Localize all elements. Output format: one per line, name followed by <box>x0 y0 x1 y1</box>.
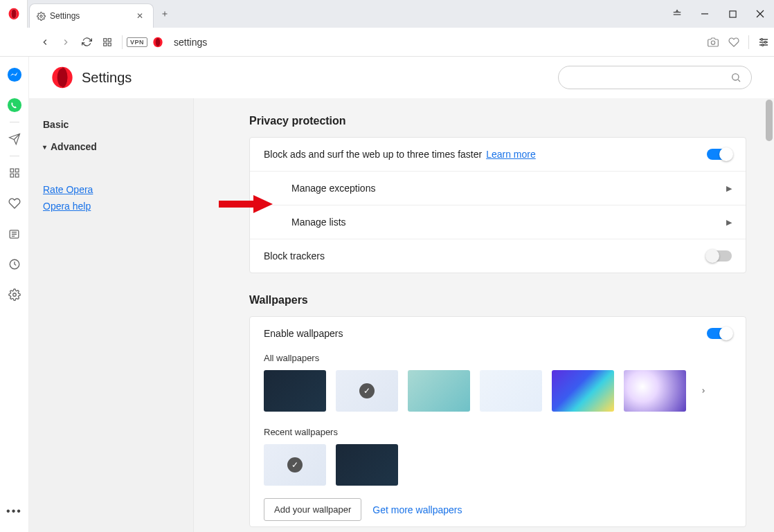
scrollbar[interactable] <box>764 98 774 532</box>
gear-icon <box>37 12 46 21</box>
enable-wallpapers-row: Enable wallpapers <box>250 317 746 350</box>
messenger-icon <box>7 67 22 82</box>
vpn-badge: VPN <box>127 37 147 47</box>
chevron-right-icon <box>700 386 707 396</box>
sidebar-item-basic[interactable]: Basic <box>43 113 179 136</box>
annotation-arrow <box>219 194 274 214</box>
tabs-icon <box>672 9 682 19</box>
wallpaper-actions-row: Add your wallpaper Get more wallpapers <box>250 498 746 524</box>
svg-rect-18 <box>15 169 19 172</box>
back-button[interactable] <box>35 32 55 53</box>
wallpapers-card: Enable wallpapers All wallpapers <box>249 316 746 527</box>
maximize-button[interactable] <box>719 0 746 28</box>
clock-icon <box>8 258 21 270</box>
add-wallpaper-button[interactable]: Add your wallpaper <box>264 498 361 521</box>
heart-icon <box>8 197 21 210</box>
enable-wallpapers-toggle[interactable] <box>707 328 732 339</box>
messenger-button[interactable] <box>5 65 24 84</box>
settings-search-box[interactable] <box>558 66 752 89</box>
svg-point-23 <box>12 293 16 297</box>
close-window-button[interactable] <box>746 0 774 28</box>
manage-lists-row[interactable]: Manage lists ▶ <box>250 205 746 239</box>
scrollbar-thumb[interactable] <box>766 100 773 141</box>
minimize-icon <box>701 10 709 18</box>
block-trackers-toggle[interactable] <box>707 250 732 262</box>
wallpapers-next-button[interactable] <box>696 382 711 400</box>
settings-rail-button[interactable] <box>5 285 24 304</box>
bookmark-button[interactable] <box>723 32 744 53</box>
whatsapp-button[interactable] <box>5 95 24 115</box>
search-input[interactable] <box>568 72 730 83</box>
browser-tab[interactable]: Settings ✕ <box>29 3 154 28</box>
svg-point-11 <box>711 41 714 44</box>
site-info-button[interactable] <box>147 32 168 53</box>
sliders-icon <box>758 37 769 48</box>
news-rail-button[interactable] <box>5 224 24 244</box>
url-text[interactable]: settings <box>174 37 207 48</box>
window-controls <box>663 0 774 28</box>
chevron-left-icon <box>40 37 50 47</box>
wallpaper-thumb[interactable] <box>264 370 326 412</box>
svg-point-3 <box>40 15 42 17</box>
camera-icon <box>708 37 719 48</box>
maximize-icon <box>729 10 737 18</box>
chevron-right-icon: ▶ <box>726 218 732 227</box>
wallpaper-thumb-selected[interactable] <box>264 444 326 486</box>
wallpaper-thumb[interactable] <box>336 444 398 486</box>
svg-point-13 <box>764 41 766 43</box>
block-ads-toggle[interactable] <box>707 149 732 160</box>
manage-exceptions-row[interactable]: Manage exceptions ▶ <box>250 171 746 205</box>
manage-exceptions-label: Manage exceptions <box>291 183 375 194</box>
new-tab-button[interactable] <box>154 0 176 28</box>
bookmarks-rail-button[interactable] <box>5 194 24 213</box>
history-rail-button[interactable] <box>5 255 24 274</box>
tab-menu-button[interactable] <box>663 0 691 28</box>
more-rail-button[interactable]: ••• <box>5 502 24 521</box>
forward-button[interactable] <box>55 32 76 53</box>
all-wallpapers-row <box>250 370 746 424</box>
speed-dial-button[interactable] <box>97 32 118 53</box>
get-more-wallpapers-link[interactable]: Get more wallpapers <box>372 504 462 515</box>
svg-point-14 <box>762 44 764 46</box>
sidebar-rail: ••• <box>0 57 29 532</box>
plus-icon <box>161 10 169 18</box>
reload-button[interactable] <box>76 32 97 53</box>
vpn-button[interactable]: VPN <box>127 32 147 53</box>
easy-setup-button[interactable] <box>753 32 774 53</box>
block-trackers-row: Block trackers <box>250 239 746 273</box>
snapshot-button[interactable] <box>703 32 723 53</box>
sidebar-item-advanced[interactable]: ▾ Advanced <box>43 136 179 158</box>
svg-point-16 <box>7 98 21 112</box>
gear-icon <box>8 288 21 301</box>
minimize-button[interactable] <box>691 0 719 28</box>
rate-opera-link[interactable]: Rate Opera <box>43 184 179 195</box>
block-ads-label: Block ads and surf the web up to three t… <box>264 149 482 160</box>
recent-wallpapers-row <box>250 444 746 498</box>
more-icon: ••• <box>6 505 22 517</box>
wallpaper-thumb[interactable] <box>480 370 542 412</box>
heart-icon <box>728 37 739 48</box>
chevron-right-icon: ▶ <box>726 184 732 193</box>
svg-point-27 <box>732 74 739 80</box>
settings-main-panel: Privacy protection Block ads and surf th… <box>194 98 774 532</box>
grid-icon <box>102 37 112 47</box>
enable-wallpapers-label: Enable wallpapers <box>264 328 343 339</box>
chevron-right-icon <box>61 37 71 47</box>
personal-news-button[interactable] <box>5 129 24 149</box>
svg-rect-7 <box>104 43 107 46</box>
opera-menu-button[interactable] <box>0 0 28 28</box>
learn-more-link[interactable]: Learn more <box>486 149 536 160</box>
wallpaper-thumb[interactable] <box>408 370 470 412</box>
newspaper-icon <box>8 228 20 240</box>
tab-close-button[interactable]: ✕ <box>134 10 146 22</box>
whatsapp-icon <box>7 98 22 113</box>
wallpaper-thumb[interactable] <box>624 370 686 412</box>
manage-lists-label: Manage lists <box>291 217 346 228</box>
opera-help-link[interactable]: Opera help <box>43 201 179 212</box>
wallpaper-thumb[interactable] <box>552 370 614 412</box>
wallpaper-thumb-selected[interactable] <box>336 370 398 412</box>
speed-dial-rail-button[interactable] <box>5 163 24 183</box>
svg-rect-19 <box>10 174 14 177</box>
sidebar-label: Advanced <box>51 141 97 152</box>
block-trackers-label: Block trackers <box>264 250 325 262</box>
